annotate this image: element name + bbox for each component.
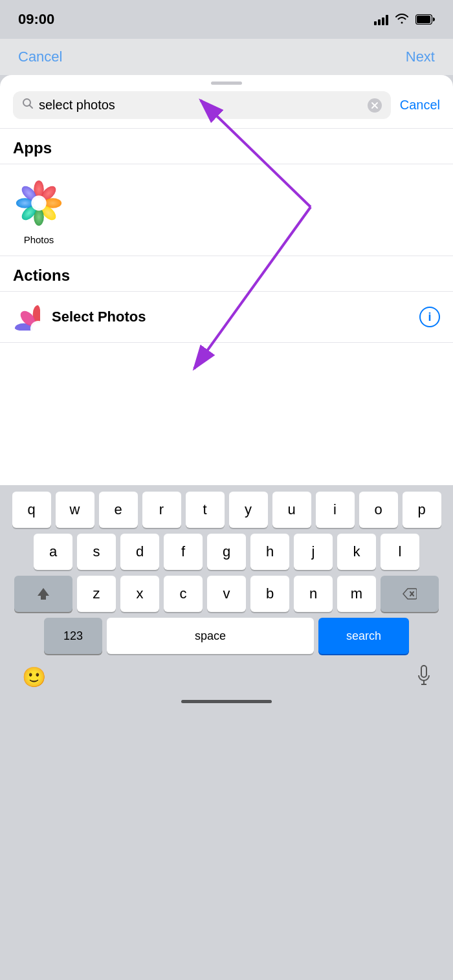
sheet-handle [0,75,453,89]
keyboard-row-1: q w e r t y u i o p [4,492,449,528]
key-search[interactable]: search [318,618,409,654]
keyboard-row-3: z x c v b n m [4,576,449,612]
key-m[interactable]: m [337,576,376,612]
key-n[interactable]: n [294,576,333,612]
key-space[interactable]: space [107,618,314,654]
actions-section-header: Actions [0,256,453,291]
signal-icon [374,14,388,25]
key-w[interactable]: w [56,492,94,528]
key-s[interactable]: s [77,534,116,570]
svg-rect-31 [421,666,426,677]
keyboard-row-2: a s d f g h j k l [4,534,449,570]
key-delete[interactable] [381,576,439,612]
key-x[interactable]: x [120,576,159,612]
status-icons [374,12,435,27]
key-f[interactable]: f [164,534,203,570]
key-r[interactable]: r [142,492,181,528]
svg-line-3 [30,105,33,109]
nav-cancel[interactable]: Cancel [18,49,62,65]
empty-space [0,343,453,485]
key-t[interactable]: t [186,492,225,528]
photos-app-label: Photos [24,234,54,245]
key-d[interactable]: d [120,534,159,570]
behind-nav: Cancel Next [0,39,453,75]
svg-point-14 [31,195,46,210]
cancel-button[interactable]: Cancel [400,98,440,113]
nav-next[interactable]: Next [406,49,435,65]
key-p[interactable]: p [403,492,441,528]
search-bar-row: Cancel [0,89,453,128]
apps-section-header: Apps [0,129,453,164]
key-e[interactable]: e [99,492,138,528]
search-input[interactable] [39,98,362,113]
search-sheet: Cancel Apps [0,75,453,485]
emoji-mic-bar: 🙂 [4,660,449,697]
search-input-wrap[interactable] [13,91,391,119]
action-item-select-photos[interactable]: Select Photos i [0,292,453,343]
svg-rect-1 [417,16,430,23]
mic-icon[interactable] [417,665,431,688]
home-indicator [0,697,453,710]
keyboard-bottom-row: 123 space search [4,618,449,654]
handle-bar [211,82,242,85]
info-button[interactable]: i [419,307,440,327]
key-q[interactable]: q [12,492,51,528]
status-time: 09:00 [18,11,54,28]
key-h[interactable]: h [250,534,289,570]
key-l[interactable]: l [381,534,419,570]
keyboard: q w e r t y u i o p a s d f g h j k l z … [0,485,453,697]
key-i[interactable]: i [316,492,355,528]
photos-app-icon [13,177,65,229]
svg-point-18 [38,329,40,331]
home-bar [181,700,272,703]
key-o[interactable]: o [359,492,398,528]
status-bar: 09:00 [0,0,453,39]
svg-marker-28 [38,588,49,600]
wifi-icon [395,12,409,27]
key-b[interactable]: b [250,576,289,612]
key-v[interactable]: v [207,576,246,612]
select-photos-label: Select Photos [52,309,408,325]
key-z[interactable]: z [77,576,116,612]
key-g[interactable]: g [207,534,246,570]
key-j[interactable]: j [294,534,333,570]
emoji-icon[interactable]: 🙂 [22,666,46,688]
key-c[interactable]: c [164,576,203,612]
search-magnifier-icon [22,98,34,113]
key-a[interactable]: a [34,534,72,570]
key-u[interactable]: u [272,492,311,528]
clear-button[interactable] [368,98,382,113]
key-shift[interactable] [14,576,72,612]
battery-icon [415,14,435,25]
key-y[interactable]: y [229,492,268,528]
key-123[interactable]: 123 [44,618,102,654]
app-item-photos[interactable]: Photos [0,164,78,256]
action-photos-icon [13,303,40,331]
key-k[interactable]: k [337,534,376,570]
